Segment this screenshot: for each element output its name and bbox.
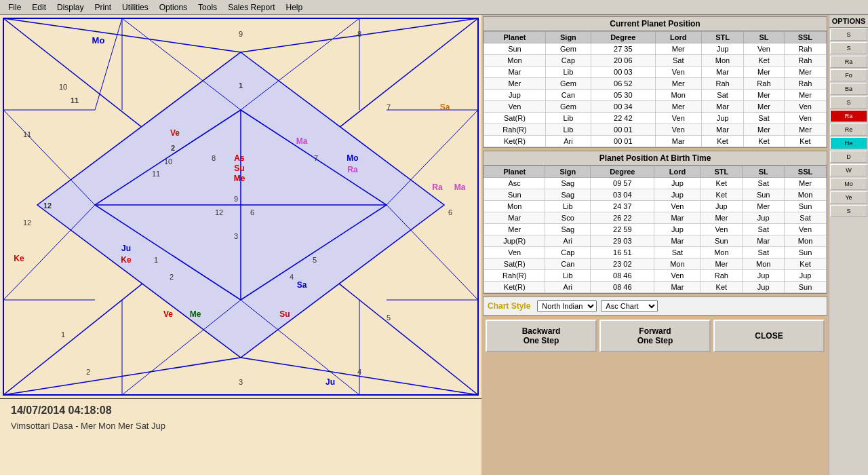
menu-edit[interactable]: Edit (26, 1, 52, 14)
table-cell: Ket (701, 178, 743, 189)
svg-text:Ve: Ve (163, 309, 173, 319)
table-cell: Sun (785, 201, 827, 212)
table-cell: Mer (744, 66, 785, 78)
table-cell: Rah (784, 78, 826, 90)
table-cell: Rah (744, 78, 785, 90)
chart-style-select[interactable]: North IndianSouth IndianEast Indian (537, 300, 597, 312)
menu-file[interactable]: File (3, 1, 26, 14)
table-cell: Rah(R) (484, 270, 545, 282)
table-cell: Mar (654, 212, 701, 224)
table-cell: Sun (785, 247, 827, 259)
table-cell: 00 01 (591, 136, 655, 147)
option-w[interactable]: W (830, 164, 867, 176)
menu-utilities[interactable]: Utilities (117, 1, 154, 14)
svg-text:2: 2 (170, 273, 174, 281)
menu-salesreport[interactable]: Sales Report (222, 1, 280, 14)
table-cell: Ari (545, 235, 591, 247)
forward-button[interactable]: Forward One Step (599, 320, 711, 352)
birth-planet-header: Lord (654, 166, 701, 178)
table-cell: Ket (785, 259, 827, 270)
table-cell: 08 46 (591, 270, 654, 282)
table-cell: 00 01 (591, 124, 655, 136)
table-cell: Mer (484, 78, 546, 90)
table-cell: Gem (545, 78, 591, 90)
table-cell: Cap (545, 247, 591, 259)
svg-text:Ve: Ve (170, 128, 180, 138)
table-cell: Mar (655, 136, 701, 147)
svg-text:3: 3 (239, 378, 243, 386)
svg-text:7: 7 (387, 103, 391, 111)
current-planet-header: Degree (591, 32, 655, 43)
table-cell: Ven (785, 224, 827, 235)
table-cell: Asc (484, 178, 545, 189)
table-cell: Jup (743, 282, 785, 293)
option-re[interactable]: Re (830, 124, 867, 136)
table-cell: Ven (655, 113, 701, 124)
svg-text:12: 12 (23, 218, 31, 227)
table-cell: Gem (545, 43, 591, 55)
table-cell: Mar (701, 124, 743, 136)
menu-options[interactable]: Options (154, 1, 193, 14)
option-s3[interactable]: S (830, 96, 867, 109)
table-row: SunGem27 35MerJupVenRah (484, 43, 827, 55)
option-s1[interactable]: S (830, 28, 867, 41)
table-cell: Mar (701, 66, 743, 78)
table-cell: 08 46 (591, 282, 654, 293)
table-cell: Ari (545, 136, 591, 147)
table-cell: Ket (701, 282, 743, 293)
svg-text:Ju: Ju (326, 377, 335, 387)
svg-text:7: 7 (314, 154, 318, 162)
option-ye[interactable]: Ye (830, 191, 867, 204)
option-s4[interactable]: S (830, 205, 867, 217)
table-cell: Ket (701, 136, 743, 147)
table-row: Rah(R)Lib00 01VenMarMerMer (484, 124, 827, 136)
menu-tools[interactable]: Tools (193, 1, 222, 14)
table-cell: Gem (545, 101, 591, 113)
option-s2[interactable]: S (830, 42, 867, 54)
svg-text:Ju: Ju (121, 244, 131, 253)
menu-print[interactable]: Print (89, 1, 117, 14)
current-planet-title: Current Planet Position (484, 17, 827, 31)
option-mo[interactable]: Mo (830, 178, 867, 190)
option-d[interactable]: D (830, 151, 867, 163)
option-fo[interactable]: Fo (830, 69, 867, 81)
table-cell: 26 22 (591, 212, 654, 224)
table-row: Ket(R)Ari08 46MarKetJupSun (484, 282, 827, 293)
option-he[interactable]: He (830, 137, 867, 149)
table-cell: Mon (484, 55, 546, 66)
option-ba[interactable]: Ba (830, 83, 867, 95)
birth-planet-headers: PlanetSignDegreeLordSTLSLSSL (484, 166, 827, 178)
asc-chart-select[interactable]: Asc ChartMoon ChartSun Chart (601, 300, 658, 312)
menu-display[interactable]: Display (52, 1, 89, 14)
svg-text:Sa: Sa (440, 102, 450, 112)
table-cell: Mon (743, 259, 785, 270)
svg-text:12: 12 (215, 208, 223, 216)
backward-button[interactable]: Backward One Step (486, 320, 597, 352)
chart-panel: 1 2 11 12 Mo 9 8 10 11 Sa (0, 15, 481, 475)
table-cell: Mer (744, 124, 785, 136)
table-row: Rah(R)Lib08 46VenRahJupJup (484, 270, 827, 282)
table-cell: Mar (484, 66, 546, 78)
svg-text:2: 2 (86, 368, 90, 376)
svg-text:Ke: Ke (121, 255, 132, 265)
table-cell: Lib (545, 201, 591, 212)
table-cell: Jup (743, 212, 785, 224)
svg-text:3: 3 (234, 232, 238, 240)
table-cell: Sag (545, 224, 591, 235)
table-cell: Mon (785, 189, 827, 201)
option-ra[interactable]: Ra (830, 56, 867, 68)
table-cell: Rah (784, 43, 826, 55)
table-cell: Mer (785, 178, 827, 189)
menu-help[interactable]: Help (281, 1, 309, 14)
table-cell: 00 03 (591, 66, 655, 78)
table-cell: Mer (784, 66, 826, 78)
table-cell: Jup (743, 270, 785, 282)
chart-canvas: 1 2 11 12 Mo 9 8 10 11 Sa (0, 15, 481, 398)
close-button[interactable]: CLOSE (713, 320, 825, 352)
option-ra2[interactable]: Ra (830, 110, 867, 122)
current-planet-header: STL (701, 32, 743, 43)
table-cell: Sat (743, 178, 785, 189)
svg-text:5: 5 (387, 314, 391, 322)
svg-text:2: 2 (171, 144, 175, 152)
table-cell: Sun (701, 235, 743, 247)
